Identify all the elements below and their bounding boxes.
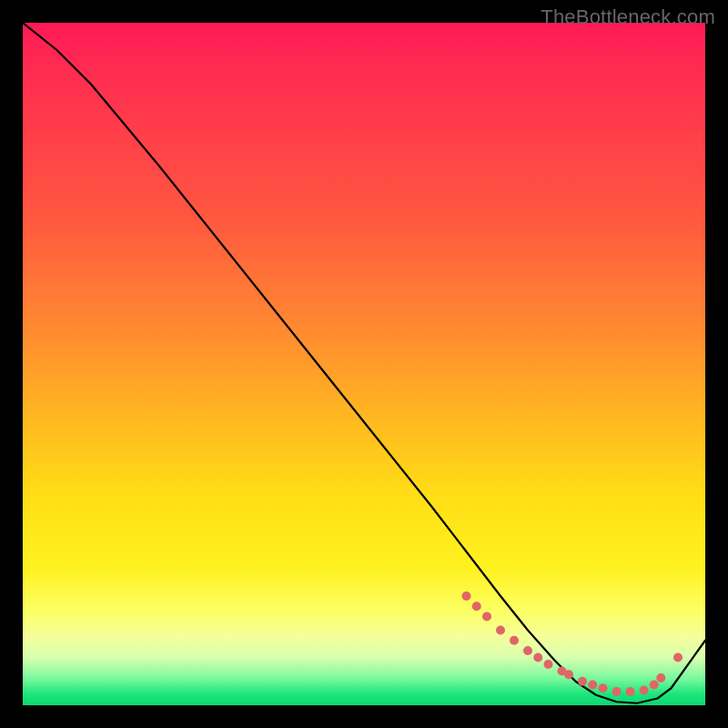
chart-plot-area: [23, 23, 705, 705]
watermark-text: TheBottleneck.com: [541, 5, 715, 29]
chart-marker-dot: [510, 636, 519, 645]
chart-marker-dot: [673, 653, 682, 662]
chart-marker-dot: [482, 612, 491, 622]
chart-marker-dot: [578, 677, 587, 686]
chart-marker-dot: [599, 683, 608, 693]
chart-markers: [462, 592, 683, 696]
chart-svg: [23, 23, 705, 705]
chart-marker-dot: [462, 592, 471, 601]
chart-marker-dot: [656, 673, 665, 682]
chart-marker-dot: [496, 626, 505, 635]
chart-marker-dot: [640, 686, 649, 695]
chart-curve: [23, 23, 705, 703]
chart-marker-dot: [544, 660, 553, 669]
chart-marker-dot: [626, 687, 635, 696]
chart-marker-dot: [650, 681, 659, 690]
chart-marker-dot: [588, 681, 597, 690]
chart-marker-dot: [564, 670, 573, 679]
chart-marker-dot: [472, 602, 481, 611]
chart-marker-dot: [612, 687, 622, 696]
chart-marker-dot: [523, 646, 532, 655]
chart-marker-dot: [533, 653, 542, 662]
